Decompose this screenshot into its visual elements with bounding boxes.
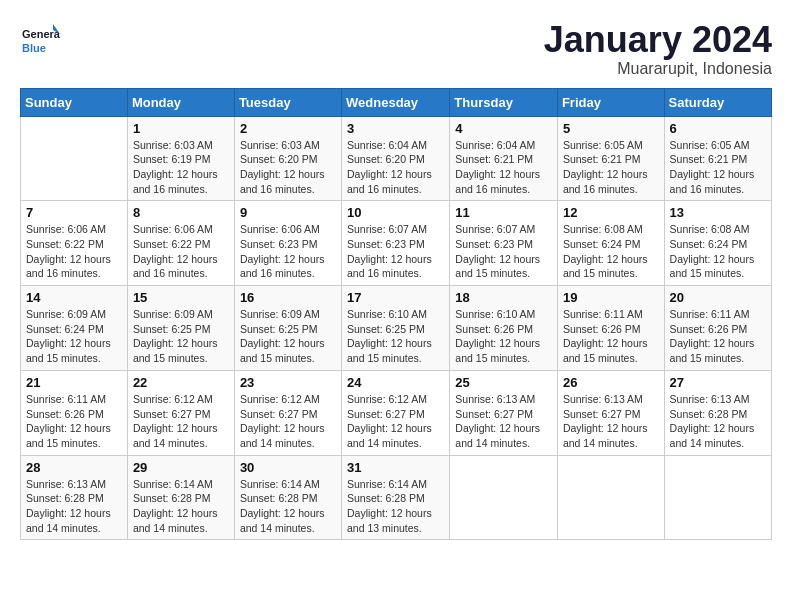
day-number: 23 [240, 375, 336, 390]
logo-svg: General Blue [20, 20, 60, 60]
day-info: Sunrise: 6:08 AM Sunset: 6:24 PM Dayligh… [563, 222, 659, 281]
day-number: 8 [133, 205, 229, 220]
calendar-cell: 31Sunrise: 6:14 AM Sunset: 6:28 PM Dayli… [342, 455, 450, 540]
calendar-cell: 24Sunrise: 6:12 AM Sunset: 6:27 PM Dayli… [342, 370, 450, 455]
day-number: 15 [133, 290, 229, 305]
month-title: January 2024 [544, 20, 772, 60]
calendar-cell: 1Sunrise: 6:03 AM Sunset: 6:19 PM Daylig… [127, 116, 234, 201]
calendar-cell: 11Sunrise: 6:07 AM Sunset: 6:23 PM Dayli… [450, 201, 558, 286]
day-number: 5 [563, 121, 659, 136]
calendar-cell: 28Sunrise: 6:13 AM Sunset: 6:28 PM Dayli… [21, 455, 128, 540]
day-info: Sunrise: 6:07 AM Sunset: 6:23 PM Dayligh… [347, 222, 444, 281]
calendar-cell: 12Sunrise: 6:08 AM Sunset: 6:24 PM Dayli… [557, 201, 664, 286]
day-number: 24 [347, 375, 444, 390]
calendar-cell: 21Sunrise: 6:11 AM Sunset: 6:26 PM Dayli… [21, 370, 128, 455]
title-block: January 2024 Muararupit, Indonesia [544, 20, 772, 78]
calendar-week-row-1: 1Sunrise: 6:03 AM Sunset: 6:19 PM Daylig… [21, 116, 772, 201]
calendar-cell: 14Sunrise: 6:09 AM Sunset: 6:24 PM Dayli… [21, 286, 128, 371]
svg-text:Blue: Blue [22, 42, 46, 54]
day-info: Sunrise: 6:13 AM Sunset: 6:27 PM Dayligh… [455, 392, 552, 451]
day-number: 9 [240, 205, 336, 220]
day-number: 4 [455, 121, 552, 136]
day-info: Sunrise: 6:06 AM Sunset: 6:22 PM Dayligh… [26, 222, 122, 281]
day-info: Sunrise: 6:11 AM Sunset: 6:26 PM Dayligh… [26, 392, 122, 451]
day-number: 30 [240, 460, 336, 475]
calendar-cell: 23Sunrise: 6:12 AM Sunset: 6:27 PM Dayli… [234, 370, 341, 455]
calendar-cell [664, 455, 771, 540]
day-info: Sunrise: 6:12 AM Sunset: 6:27 PM Dayligh… [240, 392, 336, 451]
calendar-cell: 25Sunrise: 6:13 AM Sunset: 6:27 PM Dayli… [450, 370, 558, 455]
day-info: Sunrise: 6:10 AM Sunset: 6:25 PM Dayligh… [347, 307, 444, 366]
logo: General Blue [20, 20, 60, 60]
col-friday: Friday [557, 88, 664, 116]
day-number: 10 [347, 205, 444, 220]
calendar-cell: 6Sunrise: 6:05 AM Sunset: 6:21 PM Daylig… [664, 116, 771, 201]
day-info: Sunrise: 6:04 AM Sunset: 6:20 PM Dayligh… [347, 138, 444, 197]
day-info: Sunrise: 6:05 AM Sunset: 6:21 PM Dayligh… [563, 138, 659, 197]
day-number: 28 [26, 460, 122, 475]
day-number: 21 [26, 375, 122, 390]
day-info: Sunrise: 6:12 AM Sunset: 6:27 PM Dayligh… [347, 392, 444, 451]
day-number: 11 [455, 205, 552, 220]
location: Muararupit, Indonesia [544, 60, 772, 78]
page-header: General Blue January 2024 Muararupit, In… [20, 20, 772, 78]
calendar-cell [450, 455, 558, 540]
calendar-week-row-4: 21Sunrise: 6:11 AM Sunset: 6:26 PM Dayli… [21, 370, 772, 455]
calendar-cell: 16Sunrise: 6:09 AM Sunset: 6:25 PM Dayli… [234, 286, 341, 371]
calendar-cell: 10Sunrise: 6:07 AM Sunset: 6:23 PM Dayli… [342, 201, 450, 286]
calendar-cell: 9Sunrise: 6:06 AM Sunset: 6:23 PM Daylig… [234, 201, 341, 286]
day-info: Sunrise: 6:03 AM Sunset: 6:19 PM Dayligh… [133, 138, 229, 197]
day-number: 6 [670, 121, 766, 136]
calendar-cell: 13Sunrise: 6:08 AM Sunset: 6:24 PM Dayli… [664, 201, 771, 286]
calendar-cell [21, 116, 128, 201]
day-info: Sunrise: 6:14 AM Sunset: 6:28 PM Dayligh… [133, 477, 229, 536]
calendar-cell: 2Sunrise: 6:03 AM Sunset: 6:20 PM Daylig… [234, 116, 341, 201]
calendar-cell: 17Sunrise: 6:10 AM Sunset: 6:25 PM Dayli… [342, 286, 450, 371]
col-monday: Monday [127, 88, 234, 116]
day-number: 25 [455, 375, 552, 390]
calendar-header-row: Sunday Monday Tuesday Wednesday Thursday… [21, 88, 772, 116]
calendar-week-row-3: 14Sunrise: 6:09 AM Sunset: 6:24 PM Dayli… [21, 286, 772, 371]
calendar-cell: 3Sunrise: 6:04 AM Sunset: 6:20 PM Daylig… [342, 116, 450, 201]
col-wednesday: Wednesday [342, 88, 450, 116]
day-info: Sunrise: 6:11 AM Sunset: 6:26 PM Dayligh… [670, 307, 766, 366]
day-info: Sunrise: 6:11 AM Sunset: 6:26 PM Dayligh… [563, 307, 659, 366]
day-info: Sunrise: 6:07 AM Sunset: 6:23 PM Dayligh… [455, 222, 552, 281]
calendar-cell: 27Sunrise: 6:13 AM Sunset: 6:28 PM Dayli… [664, 370, 771, 455]
day-info: Sunrise: 6:06 AM Sunset: 6:22 PM Dayligh… [133, 222, 229, 281]
day-number: 29 [133, 460, 229, 475]
calendar-cell: 15Sunrise: 6:09 AM Sunset: 6:25 PM Dayli… [127, 286, 234, 371]
calendar-cell: 20Sunrise: 6:11 AM Sunset: 6:26 PM Dayli… [664, 286, 771, 371]
day-number: 17 [347, 290, 444, 305]
day-info: Sunrise: 6:13 AM Sunset: 6:28 PM Dayligh… [26, 477, 122, 536]
day-info: Sunrise: 6:09 AM Sunset: 6:25 PM Dayligh… [133, 307, 229, 366]
day-number: 1 [133, 121, 229, 136]
col-saturday: Saturday [664, 88, 771, 116]
calendar-cell: 19Sunrise: 6:11 AM Sunset: 6:26 PM Dayli… [557, 286, 664, 371]
day-number: 31 [347, 460, 444, 475]
calendar-week-row-5: 28Sunrise: 6:13 AM Sunset: 6:28 PM Dayli… [21, 455, 772, 540]
day-info: Sunrise: 6:13 AM Sunset: 6:27 PM Dayligh… [563, 392, 659, 451]
col-sunday: Sunday [21, 88, 128, 116]
day-number: 22 [133, 375, 229, 390]
calendar-cell: 7Sunrise: 6:06 AM Sunset: 6:22 PM Daylig… [21, 201, 128, 286]
day-info: Sunrise: 6:08 AM Sunset: 6:24 PM Dayligh… [670, 222, 766, 281]
calendar-cell: 26Sunrise: 6:13 AM Sunset: 6:27 PM Dayli… [557, 370, 664, 455]
day-number: 3 [347, 121, 444, 136]
day-number: 16 [240, 290, 336, 305]
day-info: Sunrise: 6:09 AM Sunset: 6:25 PM Dayligh… [240, 307, 336, 366]
calendar-cell: 18Sunrise: 6:10 AM Sunset: 6:26 PM Dayli… [450, 286, 558, 371]
calendar-cell: 5Sunrise: 6:05 AM Sunset: 6:21 PM Daylig… [557, 116, 664, 201]
day-number: 26 [563, 375, 659, 390]
day-number: 27 [670, 375, 766, 390]
day-number: 14 [26, 290, 122, 305]
col-thursday: Thursday [450, 88, 558, 116]
day-number: 12 [563, 205, 659, 220]
day-info: Sunrise: 6:14 AM Sunset: 6:28 PM Dayligh… [240, 477, 336, 536]
day-number: 2 [240, 121, 336, 136]
day-info: Sunrise: 6:09 AM Sunset: 6:24 PM Dayligh… [26, 307, 122, 366]
calendar-table: Sunday Monday Tuesday Wednesday Thursday… [20, 88, 772, 541]
day-number: 20 [670, 290, 766, 305]
day-info: Sunrise: 6:14 AM Sunset: 6:28 PM Dayligh… [347, 477, 444, 536]
day-info: Sunrise: 6:05 AM Sunset: 6:21 PM Dayligh… [670, 138, 766, 197]
